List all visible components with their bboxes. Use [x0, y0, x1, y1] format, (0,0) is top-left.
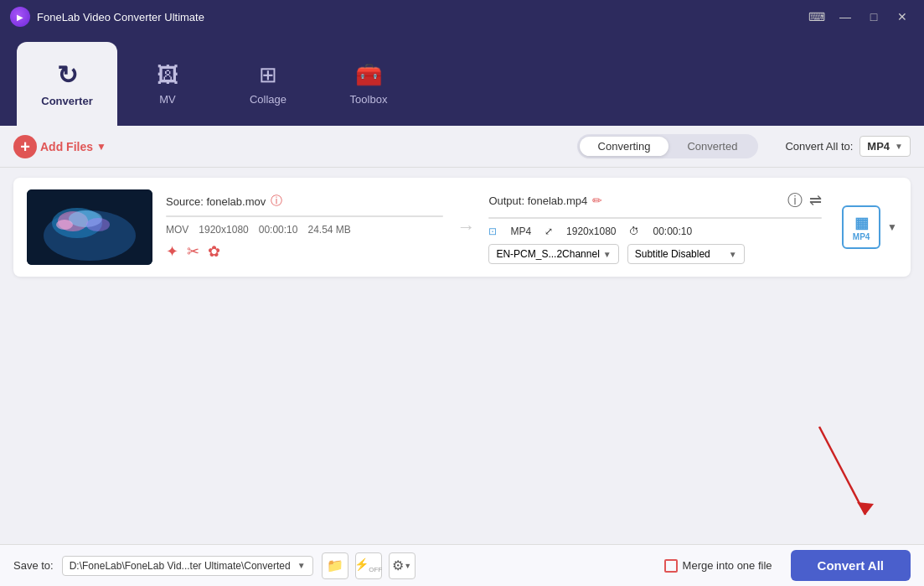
- tab-mv-label: MV: [159, 93, 176, 106]
- audio-track-dropdown[interactable]: EN-PCM_S...2Channel ▼: [488, 244, 618, 264]
- convert-arrow: →: [457, 216, 475, 238]
- maximize-btn[interactable]: □: [862, 5, 885, 29]
- toolbox-icon: 🧰: [355, 62, 382, 88]
- add-files-dropdown-icon[interactable]: ▼: [96, 141, 106, 153]
- tab-mv[interactable]: 🖼 MV: [117, 42, 218, 126]
- app-logo: ▶: [10, 7, 30, 27]
- badge-label: MP4: [853, 232, 870, 241]
- annotation-arrow: [811, 418, 878, 527]
- file-item: Source: fonelab.mov ⓘ MOV 1920x1080 00:0…: [13, 178, 911, 277]
- flash-icon: ⚡OFF: [354, 557, 382, 573]
- tab-converter[interactable]: ↻ Converter: [17, 42, 117, 126]
- effects-icon[interactable]: ✿: [208, 242, 220, 261]
- maximize-icon: □: [870, 10, 877, 23]
- output-meta: ⊡ MP4 ⤢ 1920x1080 ⏱ 00:00:10: [488, 226, 822, 237]
- close-btn[interactable]: ✕: [890, 5, 914, 29]
- tab-converted[interactable]: Converted: [668, 137, 756, 156]
- tab-converting[interactable]: Converting: [580, 137, 669, 156]
- save-path: D:\FoneLab\FoneLab Vid...ter Ultimate\Co…: [62, 556, 313, 576]
- output-swap-btn[interactable]: ⇌: [809, 190, 822, 210]
- subtitle-dropdown-arrow: ▼: [729, 250, 737, 259]
- mv-icon: 🖼: [157, 62, 178, 88]
- svg-point-6: [56, 220, 73, 230]
- out-res-icon: ⤢: [545, 226, 553, 237]
- output-name: Output: fonelab.mp4 ✏: [488, 194, 602, 207]
- enhance-icon[interactable]: ✦: [166, 242, 178, 261]
- format-badge[interactable]: ▦ MP4: [842, 205, 880, 249]
- output-info-btn[interactable]: ⓘ: [787, 190, 803, 210]
- output-edit-icon[interactable]: ✏: [592, 194, 602, 207]
- tab-toolbox[interactable]: 🧰 Toolbox: [318, 42, 419, 126]
- source-meta: MOV 1920x1080 00:00:10 24.54 MB: [166, 224, 443, 236]
- folder-btn[interactable]: 📁: [322, 552, 348, 579]
- out-resolution: 1920x1080: [566, 226, 616, 237]
- output-actions: ⓘ ⇌: [787, 190, 822, 210]
- tab-collage[interactable]: ⊞ Collage: [218, 42, 318, 126]
- window-controls: ⌨ — □ ✕: [805, 5, 914, 29]
- output-dropdowns: EN-PCM_S...2Channel ▼ Subtitle Disabled …: [488, 244, 822, 264]
- app-title: FoneLab Video Converter Ultimate: [37, 11, 805, 23]
- add-files-label: Add Files: [40, 140, 93, 153]
- add-files-plus-icon: +: [13, 135, 37, 158]
- path-dropdown-arrow[interactable]: ▼: [297, 561, 306, 570]
- convert-tabs: Converting Converted: [577, 134, 759, 158]
- settings-icon: ⚙: [392, 557, 404, 573]
- output-info: Output: fonelab.mp4 ✏ ⓘ ⇌ ⊡ MP4 ⤢ 1920x1…: [488, 190, 822, 264]
- status-actions: 📁 ⚡OFF ⚙ ▼: [322, 552, 416, 579]
- keyboard-icon: ⌨: [808, 10, 825, 23]
- save-path-value: D:\FoneLab\FoneLab Vid...ter Ultimate\Co…: [70, 560, 291, 572]
- meta-size: 24.54 MB: [307, 224, 350, 236]
- file-item-right: ▦ MP4 ▼: [835, 205, 897, 249]
- tab-converter-label: Converter: [41, 95, 92, 107]
- merge-section: Merge into one file: [664, 559, 772, 573]
- tab-collage-label: Collage: [250, 93, 286, 106]
- format-value: MP4: [867, 140, 890, 153]
- meta-resolution: 1920x1080: [199, 224, 248, 236]
- keyboard-btn[interactable]: ⌨: [805, 5, 829, 29]
- out-format: MP4: [510, 226, 531, 237]
- out-format-icon: ⊡: [488, 226, 497, 237]
- badge-icon: ▦: [854, 214, 869, 232]
- svg-point-5: [86, 218, 110, 231]
- minimize-btn[interactable]: —: [834, 5, 857, 29]
- folder-icon: 📁: [327, 557, 343, 573]
- status-bar: Save to: D:\FoneLab\FoneLab Vid...ter Ul…: [0, 544, 924, 586]
- cut-icon[interactable]: ✂: [187, 242, 199, 261]
- output-label: Output: fonelab.mp4: [488, 194, 587, 207]
- converter-icon: ↻: [57, 60, 78, 90]
- audio-track-value: EN-PCM_S...2Channel: [496, 248, 599, 260]
- merge-label: Merge into one file: [683, 559, 772, 572]
- convert-all-button[interactable]: Convert All: [791, 550, 911, 581]
- format-select-dropdown[interactable]: MP4 ▼: [859, 136, 911, 157]
- meta-format: MOV: [166, 224, 188, 236]
- settings-btn[interactable]: ⚙ ▼: [389, 552, 416, 579]
- out-dur-icon: ⏱: [629, 226, 639, 237]
- content-area: + Add Files ▼ Converting Converted Conve…: [0, 126, 924, 544]
- file-source-info: Source: fonelab.mov ⓘ MOV 1920x1080 00:0…: [166, 194, 443, 261]
- out-duration: 00:00:10: [653, 226, 692, 237]
- subtitle-dropdown[interactable]: Subtitle Disabled ▼: [627, 244, 745, 264]
- flash-btn[interactable]: ⚡OFF: [355, 552, 382, 579]
- source-actions: ✦ ✂ ✿: [166, 242, 443, 261]
- close-icon: ✕: [897, 10, 907, 23]
- merge-checkbox[interactable]: [664, 559, 678, 573]
- badge-expand-arrow[interactable]: ▼: [887, 221, 897, 233]
- save-to-label: Save to:: [13, 559, 54, 572]
- file-list: Source: fonelab.mov ⓘ MOV 1920x1080 00:0…: [0, 168, 924, 544]
- audio-dropdown-arrow: ▼: [603, 250, 612, 259]
- file-thumbnail: [27, 189, 152, 265]
- collage-icon: ⊞: [259, 62, 277, 88]
- format-dropdown-arrow: ▼: [895, 142, 903, 151]
- convert-all-to-label: Convert All to:: [785, 140, 853, 153]
- source-info-icon[interactable]: ⓘ: [271, 194, 282, 209]
- nav-bar: ↻ Converter 🖼 MV ⊞ Collage 🧰 Toolbox: [0, 34, 924, 126]
- source-label: Source: fonelab.mov: [166, 195, 266, 208]
- subtitle-value: Subtitle Disabled: [635, 248, 710, 260]
- add-files-button[interactable]: + Add Files ▼: [13, 135, 106, 158]
- svg-marker-8: [857, 502, 874, 515]
- settings-dropdown-arrow: ▼: [404, 562, 411, 570]
- minimize-icon: —: [839, 10, 851, 23]
- tab-toolbox-label: Toolbox: [350, 93, 388, 106]
- output-name-row: Output: fonelab.mp4 ✏ ⓘ ⇌: [488, 190, 822, 210]
- source-name: Source: fonelab.mov ⓘ: [166, 194, 443, 209]
